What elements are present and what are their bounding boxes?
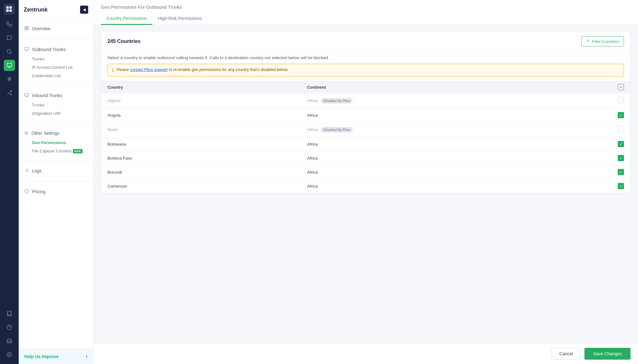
nav-sub-origination-uri[interactable]: Origination URI bbox=[19, 109, 93, 118]
cell-checkbox[interactable]: ✓ bbox=[612, 151, 630, 165]
cell-checkbox[interactable]: ✓ bbox=[612, 137, 630, 151]
checkbox-checked[interactable]: ✓ bbox=[618, 141, 624, 147]
nav-item-logs[interactable]: Logs bbox=[19, 166, 93, 176]
app-logo-icon[interactable] bbox=[4, 4, 15, 15]
cell-checkbox[interactable] bbox=[612, 93, 630, 108]
cancel-button[interactable]: Cancel bbox=[552, 348, 581, 360]
nav-item-outbound-label: Outbound Trunks bbox=[32, 47, 65, 52]
sidebar-icon-flow[interactable] bbox=[4, 87, 15, 98]
sidebar-icon-inbox[interactable] bbox=[4, 335, 15, 347]
disabled-badge: Disabled By Plivo bbox=[321, 98, 353, 104]
nav-section-pricing: Pricing bbox=[19, 183, 93, 201]
checkbox-checked[interactable]: ✓ bbox=[618, 155, 624, 161]
filter-countries-button[interactable]: Filter Countries bbox=[581, 36, 624, 46]
nav-section-other-settings: ⚙ Other Settings Geo Permissions File Ca… bbox=[19, 124, 93, 159]
table-row: BurundiAfrica✓ bbox=[101, 165, 630, 179]
sidebar-icon-hash[interactable] bbox=[4, 73, 15, 85]
nav-sub-file-capture[interactable]: File Capture Consent NEW bbox=[19, 147, 93, 155]
table-row: BeninAfricaDisabled By Plivo bbox=[101, 122, 630, 137]
sidebar-icon-search[interactable] bbox=[4, 46, 15, 57]
tab-country-permissions[interactable]: Country Permissions bbox=[101, 13, 152, 25]
sidebar-icon-circle[interactable] bbox=[4, 349, 15, 360]
collapse-button[interactable]: ◀ bbox=[80, 6, 88, 14]
save-changes-button[interactable]: Save Changes bbox=[584, 348, 631, 360]
pricing-icon bbox=[24, 189, 29, 194]
checkbox-checked[interactable]: ✓ bbox=[618, 183, 624, 189]
sidebar-icon-zentrunk[interactable] bbox=[4, 60, 15, 71]
warning-box: ℹ Please contact Plivo support to re-ena… bbox=[107, 64, 624, 77]
cell-checkbox[interactable]: ✓ bbox=[612, 165, 630, 179]
left-nav-header: Zentrunk ◀ bbox=[19, 0, 93, 20]
sidebar-icon-help[interactable] bbox=[4, 322, 15, 333]
left-nav: Zentrunk ◀ Overview Outbound Trunks Trun… bbox=[19, 0, 93, 364]
footer-bar: Cancel Save Changes bbox=[93, 343, 638, 364]
panel-top: 245 Countries Filter Countries bbox=[101, 31, 630, 52]
nav-section-outbound: Outbound Trunks Trunks IP Access Control… bbox=[19, 40, 93, 84]
cell-checkbox[interactable]: ✓ bbox=[612, 179, 630, 193]
cell-continent: AfricaDisabled By Plivo bbox=[301, 122, 612, 137]
logs-icon bbox=[24, 168, 29, 174]
table-row: AlgeriaAfricaDisabled By Plivo bbox=[101, 93, 630, 108]
nav-item-inbound-label: Inbound Trunks bbox=[32, 93, 62, 98]
svg-rect-19 bbox=[25, 29, 26, 30]
nav-sub-trunks-outbound[interactable]: Trunks bbox=[19, 55, 93, 63]
warning-icon: ℹ bbox=[112, 68, 114, 73]
cell-continent: AfricaDisabled By Plivo bbox=[301, 93, 612, 108]
countries-panel: 245 Countries Filter Countries Select a … bbox=[101, 31, 631, 194]
deselect-all-icon[interactable]: − bbox=[618, 84, 624, 90]
cell-country: Burundi bbox=[101, 165, 301, 179]
countries-count: 245 Countries bbox=[107, 39, 140, 44]
nav-item-other-settings-label: Other Settings bbox=[31, 131, 60, 136]
info-text: Select a country to enable outbound call… bbox=[101, 52, 630, 64]
overview-icon bbox=[24, 26, 29, 31]
disabled-badge: Disabled By Plivo bbox=[321, 127, 353, 133]
checkbox-unchecked[interactable] bbox=[618, 126, 624, 132]
nav-sub-trunks-inbound[interactable]: Trunks bbox=[19, 101, 93, 109]
nav-section-inbound: Inbound Trunks Trunks Origination URI bbox=[19, 86, 93, 121]
nav-item-other-settings[interactable]: ⚙ Other Settings bbox=[19, 128, 93, 138]
cell-checkbox[interactable] bbox=[612, 122, 630, 137]
table-row: CameroonAfrica✓ bbox=[101, 179, 630, 193]
nav-sub-ip-access[interactable]: IP Access Control List bbox=[19, 63, 93, 72]
nav-item-overview-label: Overview bbox=[32, 26, 50, 31]
table-body: AlgeriaAfricaDisabled By PlivoAngolaAfri… bbox=[101, 93, 630, 193]
svg-rect-20 bbox=[25, 47, 29, 50]
svg-rect-5 bbox=[7, 63, 12, 67]
nav-sub-credentials[interactable]: Credentials List bbox=[19, 72, 93, 80]
svg-point-15 bbox=[9, 354, 10, 356]
table-row: Burkina FasoAfrica✓ bbox=[101, 151, 630, 165]
nav-item-inbound-trunks[interactable]: Inbound Trunks bbox=[19, 90, 93, 101]
nav-item-outbound-trunks[interactable]: Outbound Trunks bbox=[19, 44, 93, 55]
sidebar-icon-phone[interactable] bbox=[4, 19, 15, 30]
help-section[interactable]: Help Us Improve › bbox=[19, 348, 93, 364]
nav-sub-geo-permissions[interactable]: Geo Permissions bbox=[19, 138, 93, 147]
checkbox-checked[interactable]: ✓ bbox=[618, 112, 624, 118]
nav-section-logs: Logs bbox=[19, 162, 93, 180]
inbound-trunks-icon bbox=[24, 93, 29, 98]
svg-rect-2 bbox=[6, 9, 9, 12]
sidebar-icon-message[interactable] bbox=[4, 32, 15, 44]
checkbox-checked[interactable]: ✓ bbox=[618, 169, 624, 175]
page-title: Geo Permissions For Outbound Trunks bbox=[101, 4, 631, 10]
cell-country: Cameroon bbox=[101, 179, 301, 193]
help-section-label: Help Us Improve bbox=[24, 354, 59, 359]
plivo-support-link[interactable]: contact Plivo support bbox=[130, 67, 168, 72]
country-table: Country Continent − AlgeriaAfricaDisable… bbox=[101, 81, 630, 193]
app-title: Zentrunk bbox=[24, 7, 48, 13]
nav-item-pricing[interactable]: Pricing bbox=[19, 186, 93, 197]
nav-section-overview: Overview bbox=[19, 20, 93, 38]
warning-text: Please contact Plivo support to re-enabl… bbox=[117, 67, 288, 72]
svg-rect-1 bbox=[9, 6, 12, 9]
svg-rect-17 bbox=[27, 26, 28, 28]
content-area: 245 Countries Filter Countries Select a … bbox=[93, 25, 638, 343]
svg-line-9 bbox=[10, 77, 11, 81]
col-select-all[interactable]: − bbox=[612, 81, 630, 93]
col-country: Country bbox=[101, 81, 301, 93]
svg-point-4 bbox=[7, 49, 11, 53]
checkbox-unchecked[interactable] bbox=[618, 97, 624, 103]
cell-checkbox[interactable]: ✓ bbox=[612, 108, 630, 122]
nav-item-overview[interactable]: Overview bbox=[19, 23, 93, 34]
sidebar-icon-book[interactable] bbox=[4, 308, 15, 319]
tab-high-risk-permissions[interactable]: High-Risk Permissions bbox=[152, 13, 207, 25]
cell-continent: Africa bbox=[301, 151, 612, 165]
